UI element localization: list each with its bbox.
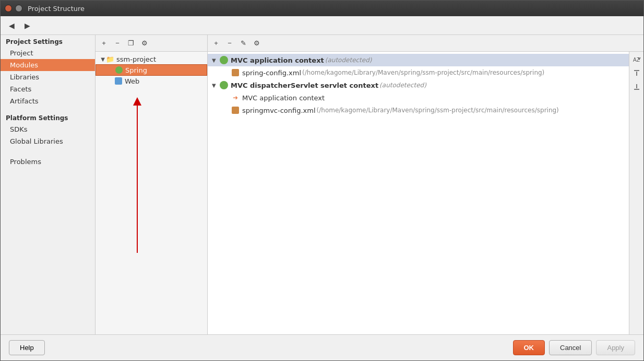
- spring-leaf-icon: [115, 66, 123, 74]
- spring-config-path: (/home/kagome/Library/Maven/spring/ssm-p…: [302, 69, 544, 76]
- add-context-button[interactable]: +: [210, 37, 222, 50]
- sidebar-item-problems[interactable]: Problems: [1, 156, 95, 168]
- tree-item-root[interactable]: ▼ 📁 ssm-project: [96, 54, 207, 64]
- spring-label: Spring: [125, 66, 147, 74]
- project-settings-section: Project Settings: [1, 35, 95, 47]
- titlebar: Project Structure: [1, 1, 643, 16]
- footer: Help OK Cancel Apply: [1, 334, 643, 360]
- web-toggle-icon: [108, 78, 114, 84]
- right-side-btns: AZ: [629, 52, 643, 334]
- folder-icon: 📁: [106, 55, 114, 63]
- minimize-btn[interactable]: [15, 5, 22, 12]
- ctx-item-mvc-app-child[interactable]: ➜ MVC application context: [208, 91, 629, 104]
- ctx-item-mvc-app[interactable]: ▼ MVC application context (autodetected): [208, 54, 629, 66]
- spring-ctx-icon-1: [219, 55, 229, 65]
- left-pane: + − ❐ ⚙ ▼ 📁 ssm-project: [96, 35, 208, 334]
- mvc-dispatcher-autodetected: (autodetected): [379, 81, 426, 89]
- settings-context-button[interactable]: ⚙: [251, 37, 263, 50]
- remove-module-button[interactable]: −: [111, 37, 124, 50]
- right-pane-toolbar: + − ✎ ⚙: [208, 35, 643, 52]
- sidebar-item-libraries[interactable]: Libraries: [1, 71, 95, 83]
- close-btn[interactable]: [5, 5, 12, 12]
- help-button[interactable]: Help: [9, 340, 45, 355]
- sidebar: Project Settings Project Modules Librari…: [1, 35, 96, 334]
- right-pane: + − ✎ ⚙ ▼ MVC application context (autod…: [208, 35, 643, 334]
- web-label: Web: [125, 77, 139, 85]
- cancel-button[interactable]: Cancel: [549, 340, 592, 355]
- mvc-app-label: MVC application context: [231, 56, 324, 64]
- copy-module-button[interactable]: ❐: [125, 37, 137, 50]
- ctx-item-spring-config[interactable]: spring-config.xml (/home/kagome/Library/…: [208, 66, 629, 79]
- module-tree: ▼ 📁 ssm-project Spring Web: [96, 52, 207, 334]
- back-button[interactable]: ◀: [5, 19, 18, 32]
- mvc-dispatcher-toggle-icon: ▼: [212, 83, 219, 88]
- arrow-ctx-icon: ➜: [231, 93, 240, 102]
- left-pane-toolbar: + − ❐ ⚙: [96, 35, 207, 52]
- root-label: ssm-project: [116, 55, 156, 63]
- context-tree: ▼ MVC application context (autodetected)…: [208, 52, 629, 334]
- forward-button[interactable]: ▶: [20, 19, 34, 32]
- main-window: Project Structure ◀ ▶ Project Settings P…: [0, 0, 644, 361]
- sidebar-item-global-libraries[interactable]: Global Libraries: [1, 135, 95, 147]
- window-title: Project Structure: [28, 5, 85, 13]
- sidebar-item-project[interactable]: Project: [1, 47, 95, 59]
- spring-toggle-icon: [109, 67, 115, 73]
- web-leaf-icon: [114, 77, 123, 85]
- sidebar-item-facets[interactable]: Facets: [1, 83, 95, 95]
- edit-context-button[interactable]: ✎: [237, 37, 249, 50]
- add-module-button[interactable]: +: [98, 37, 110, 50]
- remove-context-button[interactable]: −: [223, 37, 236, 50]
- main-content: Project Settings Project Modules Librari…: [1, 35, 643, 334]
- sidebar-item-sdks[interactable]: SDKs: [1, 123, 95, 135]
- root-toggle-icon: ▼: [100, 56, 106, 62]
- springmvc-config-path: (/home/kagome/Library/Maven/spring/ssm-p…: [317, 107, 559, 114]
- footer-actions: OK Cancel Apply: [513, 340, 636, 355]
- align-top-button[interactable]: [631, 67, 642, 79]
- tree-item-spring[interactable]: Spring: [96, 64, 207, 76]
- sort-az-button[interactable]: AZ: [631, 54, 642, 65]
- split-pane: + − ❐ ⚙ ▼ 📁 ssm-project: [96, 35, 643, 334]
- platform-settings-section: Platform Settings: [1, 111, 95, 123]
- springmvc-config-label: springmvc-config.xml: [242, 107, 316, 114]
- xml-icon-2: [231, 106, 240, 115]
- mvc-app-autodetected: (autodetected): [325, 56, 372, 64]
- sidebar-item-artifacts[interactable]: Artifacts: [1, 95, 95, 107]
- mvc-dispatcher-label: MVC dispatcherServlet servlet context: [231, 81, 378, 89]
- tree-item-web[interactable]: Web: [96, 76, 207, 86]
- ctx-item-mvc-dispatcher[interactable]: ▼ MVC dispatcherServlet servlet context …: [208, 79, 629, 91]
- align-bottom-button[interactable]: [631, 81, 642, 92]
- top-toolbar: ◀ ▶: [1, 16, 643, 35]
- mvc-app-toggle-icon: ▼: [212, 57, 219, 63]
- sidebar-item-modules[interactable]: Modules: [1, 59, 95, 71]
- ctx-item-springmvc-config[interactable]: springmvc-config.xml (/home/kagome/Libra…: [208, 104, 629, 117]
- mvc-app-child-label: MVC application context: [242, 94, 325, 102]
- spring-ctx-icon-2: [219, 80, 229, 90]
- spring-config-label: spring-config.xml: [242, 69, 301, 77]
- xml-icon-1: [231, 68, 240, 77]
- settings-module-button[interactable]: ⚙: [138, 37, 151, 50]
- ok-button[interactable]: OK: [513, 340, 545, 355]
- apply-button[interactable]: Apply: [596, 340, 635, 355]
